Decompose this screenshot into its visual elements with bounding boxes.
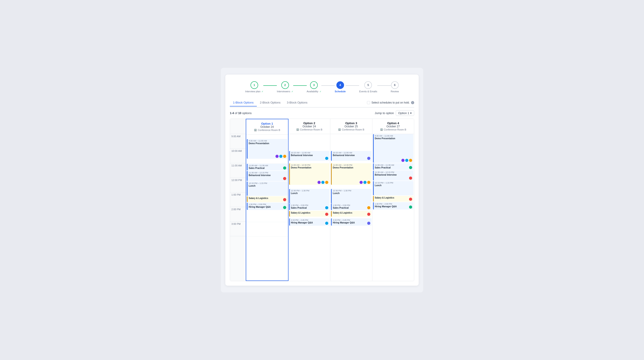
event-time: 11:00 AM – 11:30 AM — [249, 164, 286, 167]
event-time: 1:30 PM – 2:00 PM — [333, 204, 370, 206]
tab-1block[interactable]: 1-Block Options — [230, 99, 257, 106]
avatar — [367, 221, 370, 225]
event-lunch-4[interactable]: 12:15 PM – 1:15 PM Lunch — [373, 181, 414, 195]
avatar — [283, 206, 286, 209]
step-2-label: Interviewers ✓ — [277, 90, 293, 93]
option-3-title: Option 3 — [345, 122, 357, 125]
event-time: 12:30 PM – 1:30 PM — [291, 189, 328, 192]
step-1: 1 Interview plan ✓ — [245, 81, 263, 93]
jump-to-label: Jump to option — [375, 111, 394, 115]
avatars — [409, 176, 412, 180]
info-icon: i — [411, 101, 414, 104]
step-5-circle: 5 — [364, 81, 372, 89]
avatars — [401, 159, 412, 162]
event-name: Hiring Manager Q&A — [291, 221, 328, 224]
event-name: Lunch — [249, 184, 286, 187]
event-name: Behavioral Interview — [333, 154, 370, 157]
avatar — [283, 198, 286, 201]
event-time: 1:30 PM – 2:00 PM — [249, 203, 286, 205]
avatars — [275, 155, 286, 158]
event-sales-2[interactable]: 1:30 PM – 2:00 PM Sales Practical — [289, 203, 330, 210]
event-hiring-2[interactable]: 2:15 PM – 2:45 PM Hiring Manager Q&A — [289, 218, 330, 226]
result-count: 1-4 of 10 options — [230, 111, 252, 115]
option-3-room: 🏢 Conference Room B — [338, 128, 364, 131]
event-name: Demo Presentation — [291, 167, 328, 169]
avatar — [321, 180, 325, 184]
event-salary-2[interactable]: Salary & Logistics — [289, 211, 330, 217]
event-behavioral-4[interactable]: 11:30 AM – 12:15 PM Behavioral Interview — [373, 171, 414, 180]
event-name: Sales Practical — [291, 207, 328, 209]
avatar — [325, 206, 328, 209]
event-behavioral-1[interactable]: 11:30 AM – 12:15 PM Behavioral Interview — [247, 171, 287, 181]
event-name: Hiring Manager Q&A — [375, 205, 412, 208]
avatars — [283, 198, 286, 201]
avatars — [325, 221, 328, 225]
option-1-title: Option 1 — [261, 122, 273, 125]
step-4-label: Schedule — [335, 90, 346, 93]
event-sales-4[interactable]: 11:00 AM – 11:30 AM Sales Practical — [373, 163, 414, 170]
hold-label: Select schedules to put on hold. — [372, 101, 410, 104]
tab-3block[interactable]: 3-Block Options — [284, 99, 311, 106]
event-name: Behavioral Interview — [249, 174, 286, 177]
event-demo-4[interactable]: 8:30 AM – 11:00 AM Demo Presentation — [373, 134, 414, 163]
event-time: 2:15 PM – 2:45 PM — [291, 219, 328, 221]
event-sales-3[interactable]: 1:30 PM – 2:00 PM Sales Practical — [331, 203, 372, 210]
step-6-label: Review — [391, 90, 399, 93]
event-behavioral-3[interactable]: 10:15 AM – 11:00 AM Behavioral Interview — [331, 151, 372, 161]
event-name: Demo Presentation — [249, 142, 286, 145]
event-hiring-1[interactable]: 1:30 PM – 2:00 PM Hiring Manager Q&A — [247, 202, 287, 210]
event-name: Lunch — [375, 184, 412, 187]
avatar — [283, 177, 286, 180]
event-demo-3[interactable]: 11:00 AM – 12:30 PM Demo Presentation — [331, 163, 372, 185]
option-4-date: October 27 — [386, 125, 400, 128]
hold-checkbox[interactable] — [367, 101, 370, 104]
event-demo-2[interactable]: 11:00 AM – 12:30 PM Demo Presentation — [289, 163, 330, 185]
event-time: 11:30 AM – 12:15 PM — [249, 172, 286, 174]
event-name: Behavioral Interview — [375, 174, 412, 176]
step-6: 6 Review — [391, 81, 399, 93]
avatar — [283, 166, 286, 170]
step-3-circle: 3 — [310, 81, 318, 89]
avatar — [409, 176, 412, 180]
event-lunch-2[interactable]: 12:30 PM – 1:30 PM Lunch — [289, 189, 330, 203]
event-salary-1[interactable]: Salary & Logistics — [247, 196, 287, 202]
event-time: 9:30 AM – 11:00 AM — [249, 140, 286, 142]
option-4-body: 8:30 AM – 11:00 AM Demo Presentation 11:… — [372, 134, 414, 280]
option-col-4: Option 4 October 27 🏢 Conference Room B … — [372, 119, 414, 281]
event-time: 11:30 AM – 12:15 PM — [375, 171, 412, 173]
jump-to-select[interactable]: Option 1 ▾ — [396, 110, 414, 116]
step-6-circle: 6 — [391, 81, 399, 89]
event-salary-4[interactable]: Salary & Logistics — [373, 196, 414, 202]
option-2-body: 10:15 AM – 11:00 AM Behavioral Interview… — [288, 134, 330, 280]
event-salary-3[interactable]: Salary & Logistics — [331, 211, 372, 217]
avatar — [367, 157, 370, 160]
avatar — [359, 180, 363, 184]
connector-3-4 — [321, 85, 335, 86]
option-4-room: 🏢 Conference Room B — [380, 128, 406, 131]
option-2-room: 🏢 Conference Room B — [296, 128, 322, 131]
step-1-circle: 1 — [250, 81, 258, 89]
time-slot-12pm: 12:00 PM — [230, 178, 246, 192]
event-lunch-3[interactable]: 12:30 PM – 1:30 PM Lunch — [331, 189, 372, 203]
event-time: 12:15 PM – 1:15 PM — [375, 182, 412, 184]
event-behavioral-2[interactable]: 10:15 AM – 11:00 AM Behavioral Interview — [289, 151, 330, 161]
event-demo-1[interactable]: 9:30 AM – 11:00 AM Demo Presentation — [247, 139, 287, 159]
event-time: 11:00 AM – 12:30 PM — [291, 164, 328, 166]
avatar — [325, 212, 328, 216]
event-time: 12:15 PM – 1:15 PM — [249, 182, 286, 184]
option-col-2: Option 2 October 24 🏢 Conference Room B … — [288, 119, 330, 281]
event-name: Sales Practical — [249, 167, 286, 169]
avatar — [283, 155, 286, 158]
event-name: Sales Practical — [375, 167, 412, 169]
time-slot-1pm: 1:00 PM — [230, 192, 246, 207]
event-lunch-1[interactable]: 12:15 PM – 1:15 PM Lunch — [247, 181, 287, 196]
option-col-3: Option 3 October 25 🏢 Conference Room B … — [330, 119, 372, 281]
avatar — [401, 159, 405, 162]
avatars — [409, 197, 412, 201]
event-sales-1[interactable]: 11:00 AM – 11:30 AM Sales Practical — [247, 164, 287, 171]
avatar — [279, 155, 283, 158]
event-hiring-4[interactable]: 1:30 PM – 2:00 PM Hiring Manager Q&A — [373, 202, 414, 209]
event-hiring-3[interactable]: 2:15 PM – 2:45 PM Hiring Manager Q&A — [331, 218, 372, 226]
tab-2block[interactable]: 2-Block Options — [257, 99, 284, 106]
step-5-label: Events & Emails — [359, 90, 377, 93]
